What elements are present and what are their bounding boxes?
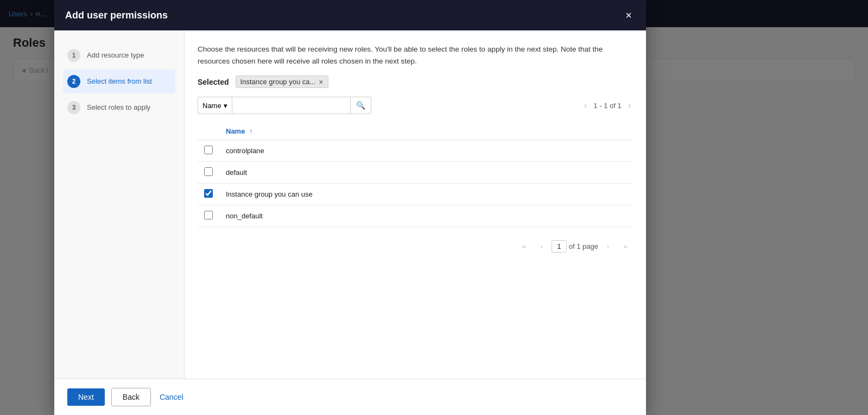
modal-close-button[interactable]: ×: [622, 9, 635, 22]
selected-row: Selected Instance group you ca... ×: [198, 76, 633, 88]
search-icon: 🔍: [356, 101, 365, 110]
modal: Add user permissions × 1 Add resource ty…: [54, 0, 646, 415]
row-name-non_default: non_default: [219, 205, 633, 227]
first-page-button[interactable]: «: [517, 240, 532, 253]
modal-header: Add user permissions ×: [54, 0, 646, 30]
checkbox-controlplane[interactable]: [204, 146, 213, 154]
modal-overlay: Add user permissions × 1 Add resource ty…: [0, 0, 868, 415]
top-next-button[interactable]: ›: [626, 99, 633, 111]
checkbox-default[interactable]: [204, 167, 213, 176]
search-filter-select[interactable]: Name ▾: [198, 97, 232, 114]
table-checkbox-header: [198, 123, 219, 140]
current-page-button[interactable]: 1: [552, 240, 567, 253]
table-name-header[interactable]: Name ↑: [219, 123, 633, 140]
back-button[interactable]: Back: [111, 388, 151, 406]
step-2-label: Select items from list: [87, 75, 152, 86]
selected-tag: Instance group you ca... ×: [236, 76, 328, 88]
tag-remove-button[interactable]: ×: [319, 78, 323, 86]
step-2-item: 2 Select items from list: [63, 70, 175, 93]
checkbox-non_default[interactable]: [204, 211, 213, 219]
modal-title: Add user permissions: [65, 10, 168, 21]
step-2-number: 2: [67, 75, 80, 88]
search-input[interactable]: [232, 97, 350, 114]
modal-main-content: Choose the resources that will be receiv…: [185, 30, 646, 379]
cancel-button[interactable]: Cancel: [157, 388, 186, 406]
table-row: default: [198, 162, 633, 184]
step-1-number: 1: [67, 49, 80, 62]
selected-label: Selected: [198, 78, 229, 86]
top-pagination-info: 1 - 1 of 1: [593, 102, 621, 110]
items-table: Name ↑ controlplanedefaultInstance group…: [198, 123, 633, 227]
step-3-item: 3 Select roles to apply: [63, 96, 175, 120]
table-row: Instance group you can use: [198, 184, 633, 205]
search-filter-label: Name: [202, 102, 221, 110]
sort-icon: ↑: [249, 128, 252, 135]
next-button[interactable]: Next: [67, 388, 105, 406]
row-name-default: default: [219, 162, 633, 184]
pagination-of-text: of 1 page: [569, 242, 598, 250]
table-row: controlplane: [198, 140, 633, 162]
checkbox-instance-group[interactable]: [204, 189, 213, 198]
modal-body: 1 Add resource type 2 Select items from …: [54, 30, 646, 379]
chevron-down-icon: ▾: [224, 102, 227, 110]
step-3-label: Select roles to apply: [87, 101, 150, 112]
table-row: non_default: [198, 205, 633, 227]
row-name-instance-group: Instance group you can use: [219, 184, 633, 205]
search-button[interactable]: 🔍: [350, 97, 371, 114]
tag-text: Instance group you ca...: [240, 78, 316, 86]
step-1-label: Add resource type: [87, 49, 144, 60]
top-pagination: ‹ 1 - 1 of 1 ›: [582, 99, 633, 111]
step-3-number: 3: [67, 101, 80, 114]
step-1-item: 1 Add resource type: [63, 43, 175, 67]
prev-page-button[interactable]: ‹: [534, 240, 549, 253]
top-prev-button[interactable]: ‹: [582, 99, 589, 111]
row-name-controlplane: controlplane: [219, 140, 633, 162]
description-text: Choose the resources that will be receiv…: [198, 43, 633, 67]
bottom-pagination: « ‹ 1 of 1 page › »: [198, 236, 633, 257]
table-header-row: Name ▾ 🔍 ‹ 1 - 1 of 1 ›: [198, 97, 633, 114]
steps-sidebar: 1 Add resource type 2 Select items from …: [54, 30, 185, 379]
next-page-button[interactable]: ›: [600, 240, 616, 253]
search-bar: Name ▾ 🔍: [198, 97, 371, 114]
modal-footer: Next Back Cancel: [54, 379, 646, 415]
last-page-button[interactable]: »: [618, 240, 633, 253]
